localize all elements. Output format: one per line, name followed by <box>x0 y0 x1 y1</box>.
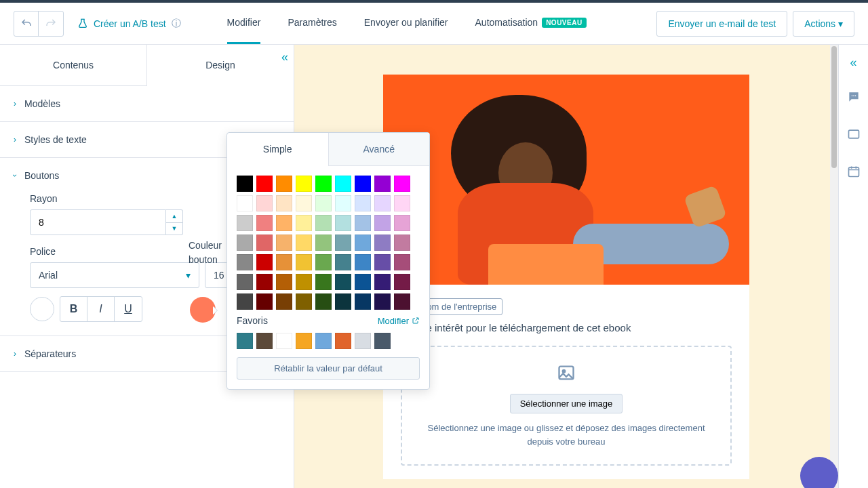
color-swatch[interactable] <box>355 274 371 290</box>
tab-envoyer[interactable]: Envoyer ou planifier <box>364 3 448 44</box>
color-swatch[interactable] <box>335 195 351 211</box>
color-swatch[interactable] <box>256 176 273 192</box>
ab-test-link[interactable]: Créer un A/B test ⓘ <box>77 18 181 30</box>
actions-button[interactable]: Actions ▾ <box>793 11 854 37</box>
color-swatch[interactable] <box>296 293 312 310</box>
color-swatch[interactable] <box>256 293 273 310</box>
color-swatch[interactable] <box>296 235 312 251</box>
color-swatch[interactable] <box>355 195 371 211</box>
tab-modifier[interactable]: Modifier <box>227 3 261 44</box>
color-swatch[interactable] <box>315 274 332 290</box>
color-swatch[interactable] <box>256 215 273 231</box>
select-image-button[interactable]: Sélectionner une image <box>510 394 623 413</box>
modify-favorites-link[interactable]: Modifier <box>378 316 420 326</box>
color-swatch[interactable] <box>355 235 371 251</box>
favorite-swatch[interactable] <box>276 333 292 349</box>
hero-image[interactable] <box>383 75 749 285</box>
color-swatch[interactable] <box>237 215 253 231</box>
favorite-swatch[interactable] <box>315 333 332 349</box>
color-swatch[interactable] <box>237 235 253 251</box>
sidebar-tab-design[interactable]: Design <box>147 45 294 86</box>
color-swatch[interactable] <box>394 195 410 211</box>
collapse-sidebar-button[interactable]: « <box>281 50 288 64</box>
color-swatch[interactable] <box>296 176 312 192</box>
color-swatch[interactable] <box>335 254 351 270</box>
comments-icon[interactable] <box>847 90 861 107</box>
color-swatch[interactable] <box>315 293 332 310</box>
image-dropzone[interactable]: Sélectionner une image Sélectionnez une … <box>401 346 732 466</box>
text-color-swatch[interactable] <box>30 297 54 321</box>
color-swatch[interactable] <box>374 254 391 270</box>
color-swatch[interactable] <box>296 215 312 231</box>
color-swatch[interactable] <box>355 254 371 270</box>
bold-button[interactable]: B <box>60 297 87 321</box>
color-swatch[interactable] <box>355 293 371 310</box>
color-swatch[interactable] <box>315 215 332 231</box>
color-swatch[interactable] <box>394 293 410 310</box>
tab-automatisation[interactable]: Automatisation NOUVEAU <box>475 3 587 44</box>
favorite-swatch[interactable] <box>237 333 253 349</box>
color-swatch[interactable] <box>296 195 312 211</box>
color-swatch[interactable] <box>335 176 351 192</box>
send-test-button[interactable]: Envoyer un e-mail de test <box>656 11 787 37</box>
color-swatch[interactable] <box>237 254 253 270</box>
sidebar-tab-contenus[interactable]: Contenus <box>0 45 147 86</box>
color-swatch[interactable] <box>237 293 253 310</box>
radius-step-up[interactable]: ▲ <box>166 210 182 223</box>
color-swatch[interactable] <box>394 176 410 192</box>
color-swatch[interactable] <box>276 195 292 211</box>
scrollbar[interactable] <box>830 45 838 488</box>
color-swatch[interactable] <box>256 254 273 270</box>
italic-button[interactable]: I <box>87 297 115 321</box>
email-body-text[interactable]: e votre intérêt pour le téléchargement d… <box>401 322 732 333</box>
color-swatch[interactable] <box>335 215 351 231</box>
section-modeles[interactable]: ›Modèles <box>0 86 294 121</box>
color-swatch[interactable] <box>374 195 391 211</box>
color-swatch[interactable] <box>276 215 292 231</box>
color-swatch[interactable] <box>256 274 273 290</box>
color-tab-advanced[interactable]: Avancé <box>329 133 430 166</box>
radius-step-down[interactable]: ▼ <box>166 223 182 235</box>
color-swatch[interactable] <box>256 195 273 211</box>
color-swatch[interactable] <box>374 215 391 231</box>
color-swatch[interactable] <box>394 215 410 231</box>
reset-color-button[interactable]: Rétablir la valeur par défaut <box>237 357 420 380</box>
color-swatch[interactable] <box>335 235 351 251</box>
color-swatch[interactable] <box>315 254 332 270</box>
radius-input[interactable] <box>30 209 166 235</box>
underline-button[interactable]: U <box>115 297 142 321</box>
color-tab-simple[interactable]: Simple <box>227 133 329 166</box>
color-swatch[interactable] <box>237 176 253 192</box>
color-swatch[interactable] <box>296 254 312 270</box>
favorite-swatch[interactable] <box>296 333 312 349</box>
favorite-swatch[interactable] <box>355 333 371 349</box>
color-swatch[interactable] <box>394 235 410 251</box>
color-swatch[interactable] <box>374 274 391 290</box>
button-color-swatch[interactable] <box>190 297 216 323</box>
color-swatch[interactable] <box>335 274 351 290</box>
color-swatch[interactable] <box>276 235 292 251</box>
color-swatch[interactable] <box>355 176 371 192</box>
color-swatch[interactable] <box>237 195 253 211</box>
preview-icon[interactable] <box>847 127 861 144</box>
favorite-swatch[interactable] <box>335 333 351 349</box>
color-swatch[interactable] <box>335 293 351 310</box>
color-swatch[interactable] <box>237 274 253 290</box>
color-swatch[interactable] <box>315 195 332 211</box>
color-swatch[interactable] <box>276 176 292 192</box>
tab-parametres[interactable]: Paramètres <box>288 3 336 44</box>
color-swatch[interactable] <box>355 215 371 231</box>
color-swatch[interactable] <box>276 254 292 270</box>
color-swatch[interactable] <box>374 235 391 251</box>
color-swatch[interactable] <box>315 176 332 192</box>
color-swatch[interactable] <box>394 254 410 270</box>
color-swatch[interactable] <box>394 274 410 290</box>
color-swatch[interactable] <box>276 274 292 290</box>
undo-button[interactable] <box>14 12 39 36</box>
color-swatch[interactable] <box>374 176 391 192</box>
color-swatch[interactable] <box>315 235 332 251</box>
collapse-rail-button[interactable]: « <box>850 56 856 70</box>
font-select[interactable]: Arial▾ <box>30 262 199 288</box>
calendar-icon[interactable] <box>847 165 861 182</box>
favorite-swatch[interactable] <box>374 333 391 349</box>
